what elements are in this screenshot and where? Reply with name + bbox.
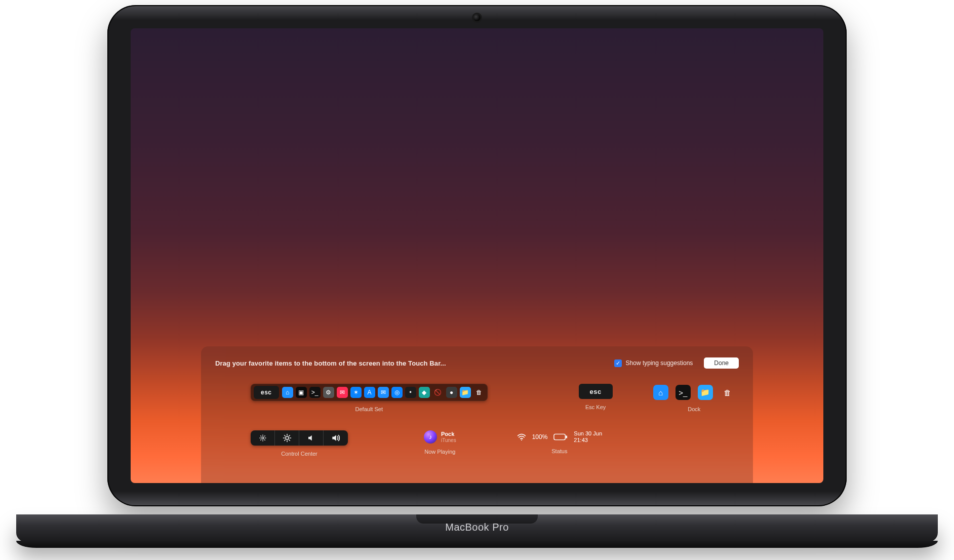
laptop-lid: Drag your favorite items to the bottom o… xyxy=(107,5,847,506)
volume-down-icon xyxy=(299,430,324,446)
battery-icon xyxy=(553,433,568,441)
tile-label: Default Set xyxy=(355,406,383,412)
system-prefs-icon: ⚙ xyxy=(323,387,334,398)
esc-key-icon: esc xyxy=(579,384,613,399)
control-center-segment xyxy=(251,430,348,446)
status-date: Sun 30 Jun xyxy=(574,430,602,437)
svg-point-0 xyxy=(262,437,264,439)
svg-line-16 xyxy=(284,440,285,441)
show-typing-label: Show typing suggestions xyxy=(626,359,693,367)
esc-key-mini: esc xyxy=(254,386,279,399)
screen: Drag your favorite items to the bottom o… xyxy=(131,28,823,483)
app-store-icon: A xyxy=(364,387,375,398)
battery-percent: 100% xyxy=(532,433,548,441)
show-typing-suggestions-checkbox[interactable]: ✓ Show typing suggestions xyxy=(614,359,693,367)
svg-line-6 xyxy=(264,439,265,440)
laptop-frame: Drag your favorite items to the bottom o… xyxy=(107,5,847,506)
dock-icons-strip: ⌂>_📁🗑 xyxy=(653,384,735,401)
finder-icon: ⌂ xyxy=(653,385,668,400)
app-teal-icon: ◆ xyxy=(419,387,430,398)
finder-icon: ⌂ xyxy=(282,387,293,398)
status-time: 21:43 xyxy=(574,437,602,444)
mail-icon: ✉ xyxy=(378,387,389,398)
svg-line-5 xyxy=(260,436,261,436)
safari-icon: ✶ xyxy=(350,387,362,398)
trash-icon: 🗑 xyxy=(473,387,485,398)
dock-app-icon: ▣ xyxy=(296,387,307,398)
default-set-strip: esc ⌂▣>_⚙✉✶A✉◎•◆🚫●📁🗑 xyxy=(251,384,488,401)
terminal-icon: >_ xyxy=(309,387,321,398)
svg-rect-19 xyxy=(554,434,565,439)
brightness-down-icon xyxy=(251,430,275,446)
svg-point-9 xyxy=(286,436,289,439)
trash-icon: 🗑 xyxy=(720,385,735,400)
laptop-base: MacBook Pro xyxy=(16,514,938,542)
tile-esc-key[interactable]: esc Esc Key xyxy=(579,384,613,410)
camera-icon xyxy=(473,14,481,21)
checkmark-icon: ✓ xyxy=(614,359,622,367)
tile-status[interactable]: 100% Sun 30 Jun 21:43 Status xyxy=(517,430,602,454)
tile-dock[interactable]: ⌂>_📁🗑 Dock xyxy=(653,384,735,412)
wifi-icon xyxy=(517,433,526,441)
tile-default-set[interactable]: esc ⌂▣>_⚙✉✶A✉◎•◆🚫●📁🗑 Default Set xyxy=(251,384,488,412)
now-playing-title: Pock xyxy=(441,431,456,437)
svg-point-18 xyxy=(521,439,522,441)
now-playing-subtitle: iTunes xyxy=(441,437,456,443)
device-brand: MacBook Pro xyxy=(445,522,509,533)
tile-label: Esc Key xyxy=(585,404,606,410)
laptop-foot-shadow xyxy=(16,541,938,548)
svg-line-7 xyxy=(260,439,261,440)
folder-icon: 📁 xyxy=(460,387,471,398)
app-blue-icon: ◎ xyxy=(391,387,403,398)
panel-title: Drag your favorite items to the bottom o… xyxy=(215,359,446,367)
terminal-icon: >_ xyxy=(675,385,691,400)
tile-label: Status xyxy=(551,448,567,454)
tile-label: Now Playing xyxy=(424,449,455,455)
tile-now-playing[interactable]: ♪ Pock iTunes Now Playing xyxy=(424,430,456,455)
app-dark-icon: • xyxy=(405,387,416,398)
album-art-icon: ♪ xyxy=(424,430,437,444)
svg-line-14 xyxy=(284,435,285,436)
tile-control-center[interactable]: Control Center xyxy=(251,430,348,457)
svg-line-8 xyxy=(264,436,265,436)
app-gray-icon: ● xyxy=(446,387,457,398)
volume-up-icon xyxy=(324,430,348,446)
tile-label: Control Center xyxy=(281,451,317,457)
messages-icon: ✉ xyxy=(337,387,348,398)
done-button[interactable]: Done xyxy=(704,357,739,369)
folder-icon: 📁 xyxy=(698,385,713,400)
svg-line-15 xyxy=(289,440,290,441)
customize-touchbar-panel: Drag your favorite items to the bottom o… xyxy=(201,346,753,483)
tile-label: Dock xyxy=(688,406,700,412)
brightness-up-icon xyxy=(275,430,299,446)
svg-line-17 xyxy=(289,435,290,436)
svg-rect-20 xyxy=(566,435,568,438)
blocked-icon: 🚫 xyxy=(432,387,444,398)
